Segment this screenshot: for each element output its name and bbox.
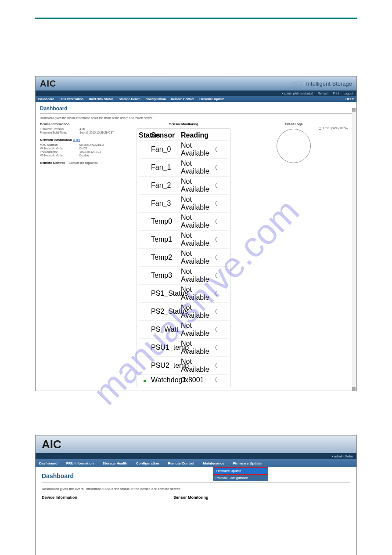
legend: Free Space (100%) [319, 127, 348, 130]
sensor-detail-icon[interactable]: ⤹ [212, 218, 220, 226]
event-logs-title: Event Logs [235, 122, 352, 126]
user-bar-2: • admin (Adm [36, 453, 356, 459]
sensor-detail-icon[interactable]: ⤹ [212, 344, 220, 352]
sensor-detail-icon[interactable]: ⤹ [212, 272, 220, 280]
screenshot-1: AIC Intelligent Storage • admin (Adminis… [35, 76, 357, 391]
sensor-name: PS_Watt [151, 326, 181, 334]
firmware-dropdown: Firmware Update Protocol Configuration [213, 467, 268, 481]
nav-bar: Dashboard FRU Information Hard Disk Stat… [36, 96, 356, 102]
sensor-name: Fan_2 [151, 181, 181, 189]
dropdown-firmware-update[interactable]: Firmware Update [213, 467, 268, 475]
sensor-row: PS_WattNot Available⤹ [139, 320, 229, 338]
cloud-icon [290, 80, 303, 87]
nav2-config[interactable]: Configuration [136, 461, 159, 465]
info-value: DHCP [79, 147, 87, 150]
col-sensor-header: Sensor [151, 131, 181, 139]
nav2-storage[interactable]: Storage Health [102, 461, 127, 465]
print-link[interactable]: Print [333, 92, 339, 95]
sensor-detail-icon[interactable]: ⤹ [212, 145, 220, 154]
nav-config[interactable]: Configuration [146, 98, 166, 101]
scrollbar-down[interactable] [352, 387, 356, 391]
sensor-name: Fan_0 [151, 145, 181, 153]
center-column-2: Sensor Monitoring [173, 495, 209, 500]
content-area-2: Dashboard Dashboard gives the overall in… [36, 467, 356, 555]
nav2-dashboard[interactable]: Dashboard [39, 461, 58, 465]
logout-link[interactable]: Logout [344, 92, 353, 95]
sensor-detail-icon[interactable]: ⤹ [212, 308, 220, 316]
sensor-row: PSU2_tempNot Available⤹ [139, 356, 229, 374]
app-header: AIC Intelligent Storage [36, 76, 356, 91]
nav-storage[interactable]: Storage Health [119, 98, 140, 101]
sensor-name: Temp0 [151, 218, 181, 225]
content-area: Dashboard Dashboard gives the overall in… [36, 102, 356, 391]
nav-remote[interactable]: Remote Control [171, 98, 194, 101]
sensor-reading: Not Available [181, 268, 212, 283]
sensor-reading: Not Available [181, 196, 212, 211]
dropdown-protocol-config[interactable]: Protocol Configuration [213, 475, 268, 481]
sensor-detail-icon[interactable]: ⤹ [212, 290, 220, 298]
info-label: IPv4 Address: [40, 150, 79, 153]
nav-hdd[interactable]: Hard Disk Status [89, 98, 113, 101]
sensor-name: PSU2_temp [151, 362, 181, 370]
nav2-maintenance[interactable]: Maintenance [203, 461, 224, 465]
main-area: Device Information Firmware Revision: 4.… [40, 122, 352, 387]
sensor-row: Temp0Not Available⤹ [139, 212, 229, 230]
info-value: Disable [79, 154, 89, 157]
refresh-link[interactable]: Refresh [318, 92, 329, 95]
remote-control-row: Remote Control Console not supported [40, 161, 132, 165]
sensor-row: PS2_StatusNot Available⤹ [139, 302, 229, 320]
sensor-detail-icon[interactable]: ⤹ [212, 254, 220, 262]
sensor-name: Watchdog1 [151, 376, 181, 384]
network-info-title: Network Information (Edit) [40, 138, 132, 142]
sensor-reading: 0x8001 [181, 376, 212, 384]
sensor-name: Fan_3 [151, 200, 181, 207]
svg-point-1 [295, 81, 302, 86]
logo: AIC [40, 79, 56, 89]
main-area-2: Device Information Sensor Monitoring [42, 495, 350, 500]
sensor-row: Fan_0Not Available⤹ [139, 140, 229, 158]
pie-chart [277, 129, 311, 163]
info-row: Firmware Build Time: Sep 17 2015 15:29:2… [40, 131, 132, 134]
sensor-reading: Not Available [181, 214, 212, 229]
sensor-reading: Not Available [181, 340, 212, 355]
sensor-reading: Not Available [181, 286, 212, 301]
scrollbar[interactable] [352, 108, 356, 391]
sensor-row: PSU1_tempNot Available⤹ [139, 338, 229, 356]
sensor-detail-icon[interactable]: ⤹ [212, 326, 220, 334]
sensor-detail-icon[interactable]: ⤹ [212, 181, 220, 190]
sensor-status [139, 376, 151, 384]
title-divider-2 [42, 482, 350, 483]
sensor-reading: Not Available [181, 232, 212, 247]
user-info: • admin (Administrator) [282, 92, 313, 95]
info-value: 4.00 [79, 127, 85, 131]
sensor-title-2: Sensor Monitoring [173, 495, 209, 500]
nav2-fru[interactable]: FRU Information [66, 461, 94, 465]
sensor-detail-icon[interactable]: ⤹ [212, 200, 220, 208]
sensor-reading: Not Available [181, 358, 212, 374]
sensor-detail-icon[interactable]: ⤹ [212, 163, 220, 172]
nav2-remote[interactable]: Remote Control [168, 461, 194, 465]
app-header-2: AIC [36, 435, 356, 453]
nav2-firmware[interactable]: Firmware Update [233, 461, 262, 465]
sensor-reading: Not Available [181, 322, 212, 337]
sensor-detail-icon[interactable]: ⤹ [212, 362, 220, 370]
sensor-title: Sensor Monitoring [137, 122, 231, 126]
sensor-rows: Fan_0Not Available⤹Fan_1Not Available⤹Fa… [139, 140, 229, 385]
nav-dashboard[interactable]: Dashboard [38, 98, 54, 101]
page-desc: Dashboard gives the overall information … [40, 116, 352, 120]
screenshot-2: AIC • admin (Adm Dashboard FRU Informati… [35, 435, 357, 555]
edit-link[interactable]: (Edit) [73, 138, 80, 141]
sensor-detail-icon[interactable]: ⤹ [212, 236, 220, 244]
sensor-name: Fan_1 [151, 163, 181, 171]
sensor-row: Fan_1Not Available⤹ [139, 158, 229, 176]
scrollbar-up[interactable] [352, 108, 356, 112]
page-top-border [35, 18, 357, 19]
sensor-detail-icon[interactable]: ⤹ [212, 376, 220, 384]
sensor-name: PS2_Status [151, 308, 181, 316]
help-link[interactable]: HELP [345, 98, 354, 101]
nav-firmware[interactable]: Firmware Update [199, 98, 224, 101]
col-status-header: Status [139, 131, 151, 139]
info-label: V4 Network Mode: [40, 147, 79, 150]
nav-fru[interactable]: FRU Information [60, 98, 84, 101]
sensor-row: Fan_3Not Available⤹ [139, 194, 229, 212]
